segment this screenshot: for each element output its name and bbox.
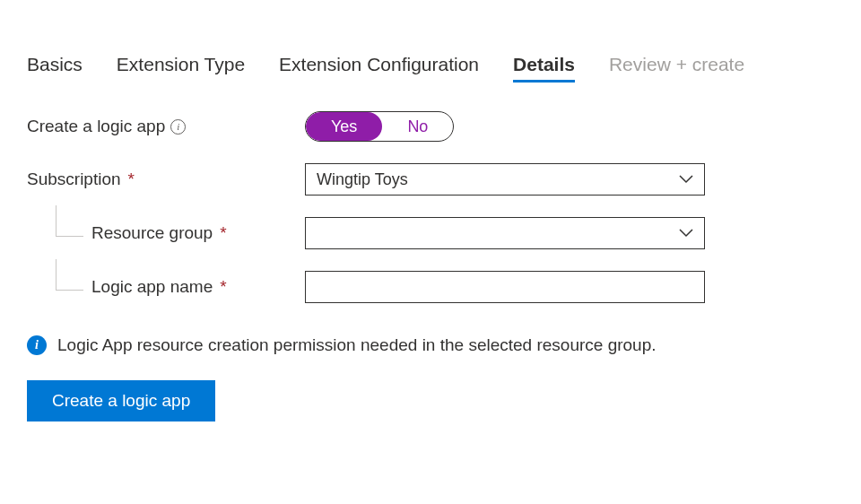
tab-extension-type[interactable]: Extension Type: [117, 54, 245, 81]
tab-strip: Basics Extension Type Extension Configur…: [27, 54, 834, 81]
tab-basics[interactable]: Basics: [27, 54, 83, 81]
toggle-create-logic-app: Yes No: [305, 111, 454, 142]
subscription-dropdown[interactable]: Wingtip Toys: [305, 163, 705, 196]
label-logic-app-name: Logic app name *: [27, 277, 305, 297]
tab-details[interactable]: Details: [513, 54, 575, 81]
chevron-down-icon: [679, 229, 693, 238]
label-resource-group: Resource group *: [27, 223, 305, 243]
chevron-down-icon: [679, 175, 693, 184]
toggle-yes[interactable]: Yes: [306, 112, 382, 141]
label-create-logic-app: Create a logic app i: [27, 117, 305, 136]
info-message: i Logic App resource creation permission…: [27, 335, 834, 355]
resource-group-dropdown[interactable]: [305, 217, 705, 249]
info-text: Logic App resource creation permission n…: [57, 335, 657, 355]
label-text: Create a logic app: [27, 117, 165, 136]
label-text: Resource group: [91, 223, 213, 243]
toggle-no[interactable]: No: [382, 112, 453, 141]
tab-review-create: Review + create: [609, 54, 744, 81]
row-resource-group: Resource group *: [27, 217, 834, 249]
row-create-logic-app: Create a logic app i Yes No: [27, 111, 834, 142]
info-icon[interactable]: i: [170, 119, 186, 135]
required-indicator: *: [220, 277, 226, 297]
logic-app-name-input[interactable]: [305, 271, 705, 303]
label-text: Subscription: [27, 169, 121, 189]
row-subscription: Subscription * Wingtip Toys: [27, 163, 834, 196]
tab-extension-configuration[interactable]: Extension Configuration: [279, 54, 479, 81]
info-circle-icon: i: [27, 335, 47, 355]
create-logic-app-button[interactable]: Create a logic app: [27, 380, 215, 421]
subscription-value: Wingtip Toys: [317, 170, 408, 189]
required-indicator: *: [128, 169, 135, 189]
label-subscription: Subscription *: [27, 169, 305, 189]
required-indicator: *: [220, 223, 226, 243]
label-text: Logic app name: [91, 277, 213, 297]
row-logic-app-name: Logic app name *: [27, 271, 834, 303]
